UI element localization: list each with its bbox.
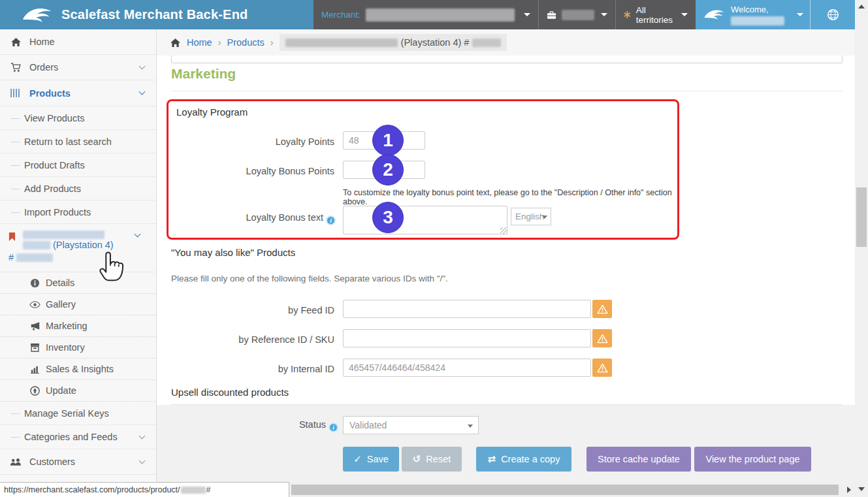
scalefast-wing-icon xyxy=(702,8,726,22)
info-icon[interactable]: i xyxy=(329,423,338,432)
update-arrow-icon xyxy=(29,386,40,396)
scroll-right-arrow-icon[interactable] xyxy=(847,487,851,493)
globe-icon xyxy=(827,8,839,21)
warning-triangle-icon xyxy=(597,304,608,314)
status-label-text: Status xyxy=(299,419,326,430)
sidebar-item-import-products[interactable]: Import Products xyxy=(0,200,156,224)
by-reference-id-label: by Reference ID / SKU xyxy=(171,334,334,345)
sidebar-item-label: Manage Serial Keys xyxy=(24,408,109,419)
sidebar-item-product-drafts[interactable]: Product Drafts xyxy=(0,153,156,177)
by-reference-id-input[interactable] xyxy=(343,329,591,347)
undo-icon: ↺ xyxy=(413,453,421,465)
merchant-selector[interactable]: Merchant: xyxy=(313,0,539,29)
briefcase-icon xyxy=(547,10,556,20)
store-cache-update-label: Store cache update xyxy=(598,454,680,464)
feed-id-warning-button[interactable] xyxy=(592,300,612,318)
horizontal-scrollbar[interactable] xyxy=(289,483,855,497)
territories-label: All territories xyxy=(636,5,676,25)
by-internal-id-input[interactable] xyxy=(343,359,591,377)
product-id-redacted xyxy=(16,253,53,262)
scroll-down-arrow-icon[interactable] xyxy=(858,487,865,491)
sidebar-item-label: Sales & Insights xyxy=(46,364,114,374)
horizontal-scrollbar-thumb[interactable] xyxy=(291,485,839,495)
sidebar-item-manage-serial-keys[interactable]: Manage Serial Keys xyxy=(0,402,156,425)
vertical-scrollbar[interactable] xyxy=(855,0,868,497)
inventory-box-icon xyxy=(29,343,40,352)
app-header: Scalefast Merchant Back-End Merchant: Al… xyxy=(0,0,855,29)
sidebar-item-label: Products xyxy=(29,88,71,99)
sidebar-item-update[interactable]: Update xyxy=(0,380,156,402)
status-url-redacted xyxy=(181,487,206,494)
sidebar-item-home[interactable]: Home xyxy=(0,29,156,55)
product-name-redacted xyxy=(23,231,104,239)
sidebar-item-label: Gallery xyxy=(46,299,76,310)
sidebar-item-details[interactable]: Details xyxy=(0,272,156,294)
breadcrumb-home-link[interactable]: Home xyxy=(187,37,212,48)
sidebar-item-orders[interactable]: Orders xyxy=(0,55,156,80)
loyalty-program-highlight-box: Loyalty Program Loyalty Points 1 Loyalty… xyxy=(167,99,679,240)
sidebar-item-gallery[interactable]: Gallery xyxy=(0,294,156,315)
warning-triangle-icon xyxy=(597,334,608,344)
chevron-down-icon xyxy=(681,13,688,16)
sidebar-item-inventory[interactable]: Inventory xyxy=(0,337,156,359)
customers-people-icon xyxy=(9,458,22,466)
sidebar-item-return-to-last-search[interactable]: Return to last search xyxy=(0,130,156,153)
scalefast-logo-icon xyxy=(20,5,54,25)
loyalty-bonus-points-label: Loyalty Bonus Points xyxy=(169,166,334,176)
form-footer: Statusi Validated ✓ Save ↺ Reset ⇄ Creat… xyxy=(157,405,855,483)
sidebar-item-customers[interactable]: Customers xyxy=(0,449,156,475)
product-name-redacted xyxy=(285,39,398,47)
chevron-down-icon xyxy=(524,13,530,16)
sidebar-item-products[interactable]: Products xyxy=(0,80,156,106)
language-select-value: English xyxy=(515,212,544,221)
sidebar-item-categories-and-feeds[interactable]: Categories and Feeds xyxy=(0,425,156,449)
welcome-label: Welcome, xyxy=(731,5,784,14)
store-cache-update-button[interactable]: Store cache update xyxy=(587,447,691,472)
breadcrumb-products-link[interactable]: Products xyxy=(227,37,265,48)
textarea-resize-grip[interactable] xyxy=(500,227,507,234)
reset-button[interactable]: ↺ Reset xyxy=(402,447,462,472)
status-url-suffix: # xyxy=(206,485,211,494)
language-select[interactable]: English xyxy=(511,208,551,225)
loyalty-points-label: Loyalty Points xyxy=(169,136,334,147)
sidebar-item-view-products[interactable]: View Products xyxy=(0,106,156,130)
by-feed-id-input[interactable] xyxy=(343,300,591,318)
upsell-title: Upsell discounted products xyxy=(171,387,843,405)
store-selector[interactable] xyxy=(539,0,616,29)
clipped-field-above[interactable] xyxy=(171,56,843,63)
sidebar-item-label: Marketing xyxy=(46,321,88,331)
merchant-label: Merchant: xyxy=(321,10,361,20)
user-menu[interactable]: Welcome, xyxy=(696,0,810,29)
status-select[interactable]: Validated xyxy=(343,416,479,434)
territories-selector[interactable]: All territories xyxy=(616,0,696,29)
internal-id-warning-button[interactable] xyxy=(592,359,612,377)
sidebar-item-sales-insights[interactable]: Sales & Insights xyxy=(0,359,156,380)
username-redacted xyxy=(731,16,784,25)
scroll-up-arrow-icon[interactable] xyxy=(858,5,865,8)
store-name-redacted xyxy=(562,10,594,20)
create-copy-button[interactable]: ⇄ Create a copy xyxy=(476,447,571,472)
vertical-scrollbar-thumb[interactable] xyxy=(856,187,867,247)
breadcrumb-separator: › xyxy=(218,37,221,48)
warning-triangle-icon xyxy=(597,363,608,373)
select-caret-icon xyxy=(542,216,547,219)
reference-id-warning-button[interactable] xyxy=(592,329,612,347)
save-button[interactable]: ✓ Save xyxy=(343,447,399,472)
cart-icon xyxy=(9,62,22,72)
sidebar-item-add-products[interactable]: Add Products xyxy=(0,177,156,200)
sidebar-item-current-product[interactable]: (Playstation 4) # xyxy=(0,224,156,272)
sidebar-item-label: Details xyxy=(46,278,74,288)
language-globe-button[interactable] xyxy=(810,0,855,29)
view-product-page-button[interactable]: View the product page xyxy=(694,447,811,472)
info-icon[interactable]: i xyxy=(326,216,336,225)
sidebar-item-marketing[interactable]: Marketing xyxy=(0,315,156,337)
sidebar-item-label: Product Drafts xyxy=(24,160,85,170)
step-badge-1: 1 xyxy=(372,125,404,156)
loyalty-bonus-text-textarea[interactable] xyxy=(343,206,507,234)
step-badge-2: 2 xyxy=(372,154,404,185)
info-icon xyxy=(29,278,40,288)
ymal-helper-text: Please fill only one of the following fi… xyxy=(171,274,448,283)
by-feed-id-label: by Feed ID xyxy=(171,305,334,315)
loyalty-bonus-text-label-text: Loyalty Bonus text xyxy=(246,212,324,223)
main-content: Marketing Loyalty Program Loyalty Points… xyxy=(157,56,855,483)
